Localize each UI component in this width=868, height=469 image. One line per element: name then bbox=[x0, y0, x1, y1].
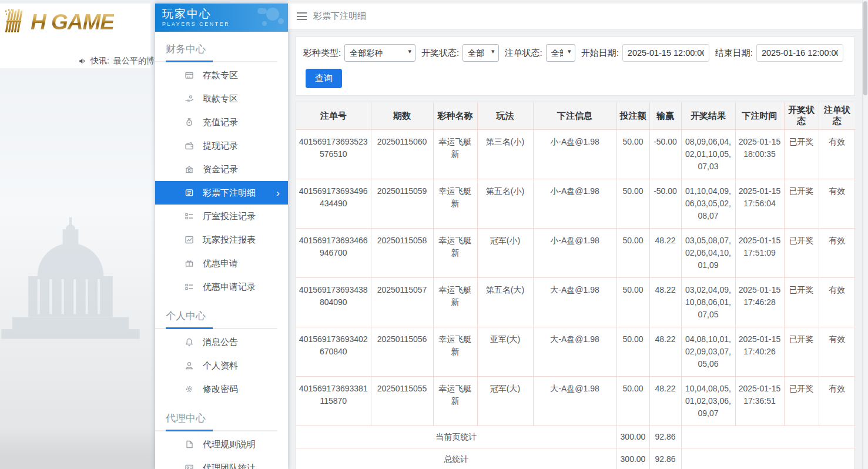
filter-row: 彩种类型: 全部彩种 开奖状态: 全部 注单状态: 全部 开始日期: 结束日期: bbox=[302, 44, 848, 62]
sidebar-item-withdraw-record[interactable]: 提现记录 bbox=[155, 134, 288, 158]
cell-draw-result: 01,10,04,09,06,03,05,02,08,07 bbox=[681, 179, 735, 229]
end-date-input[interactable] bbox=[756, 44, 843, 62]
menu-toggle-icon[interactable] bbox=[297, 12, 307, 20]
cell-order-status: 有效 bbox=[819, 278, 855, 327]
sidebar-item-label: 提现记录 bbox=[203, 140, 238, 152]
lottery-type-label: 彩种类型: bbox=[303, 48, 341, 59]
sidebar-nav: 财务中心存款专区取款专区充值记录提现记录资金记录彩票下注明细›厅室投注记录玩家投… bbox=[155, 38, 288, 469]
gamepad-icon bbox=[247, 6, 284, 29]
sidebar-item-label: 资金记录 bbox=[203, 164, 238, 175]
profile-icon bbox=[185, 361, 194, 370]
sidebar-item-password[interactable]: 修改密码 bbox=[155, 377, 288, 401]
sidebar-item-label: 玩家投注报表 bbox=[203, 235, 256, 246]
order-status-select[interactable]: 全部 bbox=[546, 44, 575, 62]
cell-win-loss: 48.22 bbox=[649, 327, 681, 377]
table-row: 40156917369343880409020250115057幸运飞艇新第五名… bbox=[296, 278, 855, 327]
cell-play-type: 第五名(大) bbox=[477, 278, 533, 327]
order-status-select-wrap: 全部 bbox=[546, 44, 575, 62]
sidebar-item-label: 取款专区 bbox=[203, 93, 238, 105]
section-title: 代理中心 bbox=[155, 407, 277, 431]
cell-order-id: 401569173693438804090 bbox=[296, 278, 371, 327]
summary-bet-total: 300.00 bbox=[616, 448, 649, 469]
cell-draw-result: 03,05,08,07,02,06,04,10,01,09 bbox=[681, 229, 735, 278]
table-card: 注单号期数彩种名称玩法下注信息投注额输赢开奖结果下注时间开奖状态注单状态4015… bbox=[296, 102, 854, 469]
sidebar-item-withdraw[interactable]: 取款专区 bbox=[155, 87, 288, 110]
hall-bet-record-icon bbox=[185, 212, 194, 221]
summary-label: 当前页统计 bbox=[296, 426, 616, 448]
bet-records-table: 注单号期数彩种名称玩法下注信息投注额输赢开奖结果下注时间开奖状态注单状态4015… bbox=[296, 102, 855, 469]
capitol-building-art bbox=[0, 182, 146, 370]
logo-bars-icon bbox=[4, 8, 28, 33]
site-logo[interactable]: H GAME bbox=[0, 4, 150, 33]
page-title: 彩票下注明细 bbox=[313, 11, 366, 22]
sidebar-item-agent-rules[interactable]: 代理规则说明 bbox=[155, 433, 288, 456]
cell-bet-amount: 50.00 bbox=[616, 229, 649, 278]
column-header-bet-amount: 投注额 bbox=[616, 102, 649, 130]
sidebar-item-promo-apply[interactable]: 优惠申请 bbox=[155, 252, 288, 275]
sidebar-item-message[interactable]: 消息公告 bbox=[155, 330, 288, 354]
agent-rules-icon bbox=[185, 440, 194, 449]
sidebar-item-recharge-record[interactable]: 充值记录 bbox=[155, 110, 288, 134]
sidebar-item-profile[interactable]: 个人资料 bbox=[155, 354, 288, 377]
funds-record-icon bbox=[185, 165, 194, 174]
cell-lottery-name: 幸运飞艇新 bbox=[433, 327, 477, 377]
cell-bet-info: 大-A盘@1.98 bbox=[533, 327, 616, 377]
cell-bet-amount: 50.00 bbox=[616, 377, 649, 426]
withdraw-icon bbox=[185, 94, 194, 103]
table-row: 40156917369349643449020250115059幸运飞艇新第五名… bbox=[296, 179, 855, 229]
cell-draw-result: 03,02,04,09,10,08,06,01,07,05 bbox=[681, 278, 735, 327]
cell-bet-amount: 50.00 bbox=[616, 278, 649, 327]
table-header-row: 注单号期数彩种名称玩法下注信息投注额输赢开奖结果下注时间开奖状态注单状态 bbox=[296, 102, 855, 130]
scrollbar-thumb[interactable] bbox=[863, 1, 867, 95]
recharge-record-icon bbox=[185, 118, 194, 127]
sidebar-item-agent-team[interactable]: 代理团队统计 bbox=[155, 456, 288, 469]
cell-win-loss: 48.22 bbox=[649, 278, 681, 327]
player-report-icon bbox=[185, 235, 194, 244]
site-background: H GAME 快讯: 最公平的博 bbox=[0, 0, 155, 469]
cell-lottery-name: 幸运飞艇新 bbox=[433, 179, 477, 229]
cell-draw-status: 已开奖 bbox=[784, 130, 819, 179]
sidebar: 玩家中心 PLAYERS CENTER 财务中心存款专区取款专区充值记录提现记录… bbox=[155, 4, 288, 469]
sidebar-item-label: 消息公告 bbox=[203, 337, 238, 348]
cell-win-loss: -50.00 bbox=[649, 130, 681, 179]
cell-draw-status: 已开奖 bbox=[784, 278, 819, 327]
sidebar-item-bet-detail[interactable]: 彩票下注明细› bbox=[155, 181, 288, 205]
cell-win-loss: -50.00 bbox=[649, 179, 681, 229]
sidebar-item-funds-record[interactable]: 资金记录 bbox=[155, 158, 288, 181]
sidebar-item-label: 个人资料 bbox=[203, 360, 238, 371]
cell-play-type: 亚军(大) bbox=[477, 327, 533, 377]
end-date-label: 结束日期: bbox=[715, 48, 753, 59]
search-button[interactable]: 查询 bbox=[306, 69, 342, 88]
column-header-bet-info: 下注信息 bbox=[533, 102, 616, 130]
password-icon bbox=[185, 384, 194, 394]
cell-period: 20250115059 bbox=[371, 179, 433, 229]
table-row: 40156917369340267084020250115056幸运飞艇新亚军(… bbox=[296, 327, 855, 377]
section-title: 财务中心 bbox=[155, 38, 277, 62]
table-row: 40156917369352357651020250115060幸运飞艇新第三名… bbox=[296, 130, 855, 179]
cell-draw-status: 已开奖 bbox=[784, 327, 819, 377]
sidebar-item-hall-bet-record[interactable]: 厅室投注记录 bbox=[155, 205, 288, 228]
cell-lottery-name: 幸运飞艇新 bbox=[433, 130, 477, 179]
column-header-draw-status: 开奖状态 bbox=[784, 102, 819, 130]
sidebar-item-deposit[interactable]: 存款专区 bbox=[155, 63, 288, 87]
draw-status-select[interactable]: 全部 bbox=[463, 44, 498, 62]
table-row: 40156917369346694670020250115058幸运飞艇新冠军(… bbox=[296, 229, 855, 278]
draw-status-label: 开奖状态: bbox=[421, 48, 459, 59]
start-date-input[interactable] bbox=[622, 44, 709, 62]
sidebar-item-player-report[interactable]: 玩家投注报表 bbox=[155, 228, 288, 252]
cell-order-id: 401569173693523576510 bbox=[296, 130, 371, 179]
cell-play-type: 冠军(小) bbox=[477, 229, 533, 278]
sidebar-header: 玩家中心 PLAYERS CENTER bbox=[155, 4, 288, 32]
cell-period: 20250115060 bbox=[371, 130, 433, 179]
column-header-bet-time: 下注时间 bbox=[735, 102, 784, 130]
sidebar-item-promo-record[interactable]: 优惠申请记录 bbox=[155, 275, 288, 299]
cell-period: 20250115056 bbox=[371, 327, 433, 377]
cell-lottery-name: 幸运飞艇新 bbox=[433, 377, 477, 426]
cell-lottery-name: 幸运飞艇新 bbox=[433, 278, 477, 327]
deposit-icon bbox=[185, 71, 194, 80]
sidebar-item-label: 充值记录 bbox=[203, 117, 238, 128]
cell-bet-time: 2025-01-15 17:56:04 bbox=[735, 179, 784, 229]
sidebar-item-label: 代理团队统计 bbox=[203, 463, 256, 469]
cell-order-id: 401569173693381115870 bbox=[296, 377, 371, 426]
lottery-type-select[interactable]: 全部彩种 bbox=[344, 44, 415, 62]
